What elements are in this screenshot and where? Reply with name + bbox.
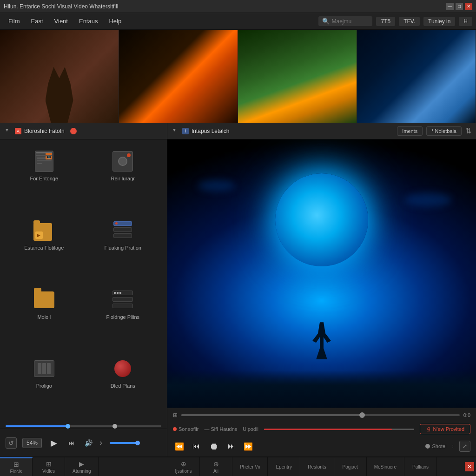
tabs-close-button[interactable]: ✕ [465, 462, 474, 471]
rp-action-2[interactable]: * Noletbala [426, 126, 462, 136]
panel-item-6[interactable]: Proligo [5, 351, 84, 421]
bottom-tab-restonts[interactable]: Restonts [300, 457, 334, 476]
top-button-tunley[interactable]: Tunley in [423, 17, 455, 26]
subtitle-track[interactable] [264, 429, 415, 430]
left-panel-title: Bloroshic Fatotn [24, 128, 65, 134]
close-window-button[interactable]: ✕ [465, 3, 472, 10]
bottom-tab-epentry[interactable]: Epentry [268, 457, 300, 476]
bottom-tab-pheter[interactable]: Pheter Vii [232, 457, 268, 476]
filmstrip-icon [34, 360, 54, 377]
maximize-button[interactable]: □ [456, 3, 463, 10]
app-title: Hilun. Entarice Sochi Visual Video Whate… [4, 3, 118, 10]
cloud-right [405, 193, 451, 207]
volume-button[interactable]: 🔊 [83, 437, 94, 449]
menu-item-east[interactable]: East [26, 16, 48, 26]
subtitle-dot-1 [173, 427, 177, 431]
sort-icon[interactable]: ⇅ [465, 126, 471, 135]
panel-item-2[interactable]: ▶ Estanea Flotilage [5, 213, 84, 283]
panel-item-7[interactable]: Dled Plans [84, 351, 163, 421]
panel-item-3[interactable]: Fluaking Pration [84, 213, 163, 283]
menu-item-help[interactable]: Help [104, 16, 126, 26]
menubar: Film East Vient Entaus Help 🔍 7T5 TFV. T… [0, 13, 476, 30]
thumbnail-1[interactable] [0, 30, 119, 123]
right-panel-icon: i [182, 128, 189, 134]
right-panel-header: ▼ i Intapus Letalch Iments * Noletbala ⇅ [167, 123, 476, 139]
left-panel-grid: 📷 For Entonge Reir luragr [0, 139, 167, 425]
rotate-button[interactable]: ↺ [6, 437, 17, 449]
bottom-tab-atunning[interactable]: ▶ Atunning [65, 457, 99, 476]
volume-slider[interactable] [110, 442, 138, 444]
timeline-track[interactable] [181, 414, 460, 416]
minimize-button[interactable]: — [446, 3, 454, 10]
forward-button[interactable]: ⏩ [242, 440, 255, 453]
top-button-tfv[interactable]: TFV. [399, 17, 420, 26]
vc-subtitle-row: Soneoflir — SifI Haudns Ulpodii 🖨 N'ew P… [167, 422, 476, 436]
search-icon: 🔍 [322, 18, 330, 25]
panel-item-label-2: Estanea Flotilage [24, 245, 64, 251]
play-circle-button[interactable]: ⏺ [206, 439, 221, 454]
panel-item-icon-7 [111, 357, 134, 380]
bottom-tab-vidles[interactable]: ⊞ Vidles [33, 457, 65, 476]
bottom-tab-mesinuere[interactable]: MeSinuere [367, 457, 404, 476]
thumbnail-3[interactable] [238, 30, 357, 123]
video-area [167, 139, 476, 408]
tab-label-mesinuere: MeSinuere [374, 464, 397, 469]
left-bottom-tabs: ⊞ Flocls ⊞ Vidles ▶ Atunning [0, 457, 167, 476]
left-panel-bottom: ↺ 54% ▶ ⏭ 🔊 › [0, 429, 167, 456]
timeline-thumb [359, 412, 365, 418]
skip-button[interactable]: ⏭ [66, 437, 77, 449]
expand-button[interactable]: ⤢ [459, 441, 470, 452]
bottom-tab-ijsstions[interactable]: ⊕ Ijsstions [167, 457, 200, 476]
search-bar: 🔍 [318, 16, 372, 26]
tab-icon-aii: ⊕ [213, 460, 219, 468]
prev-button[interactable]: ⏮ [190, 440, 203, 453]
bottom-tab-pogjact[interactable]: Pogjact [334, 457, 367, 476]
panel-item-5[interactable]: Floldnge Pliins [84, 283, 163, 352]
menu-item-vient[interactable]: Vient [50, 16, 73, 26]
new-provided-button[interactable]: 🖨 N'ew Provited [420, 424, 470, 434]
image-icon [112, 151, 133, 172]
thumbnail-strip [0, 30, 476, 123]
panel-close-button[interactable] [70, 128, 77, 134]
top-button-h[interactable]: H [459, 17, 472, 26]
menu-item-entaus[interactable]: Entaus [74, 16, 102, 26]
search-input[interactable] [331, 18, 369, 25]
main-area: ▼ A Bloroshic Fatotn 📷 [0, 123, 476, 456]
rp-action-1[interactable]: Iments [397, 126, 423, 136]
collapse-icon[interactable]: ▼ [5, 127, 12, 135]
shuffle-label: Shotel [425, 443, 446, 449]
tab-label-ijsstions: Ijsstions [175, 469, 192, 474]
panel-item-icon-4 [33, 288, 56, 311]
panel-item-0[interactable]: 📷 For Entonge [5, 144, 84, 213]
top-button-7t5[interactable]: 7T5 [376, 17, 395, 26]
tab-label-epentry: Epentry [276, 464, 291, 469]
thumbnail-2[interactable] [119, 30, 238, 123]
print-icon: 🖨 [426, 426, 431, 432]
right-bottom-tabs: ⊕ Ijsstions ⊕ Aii Pheter Vii Epentry Res… [167, 457, 476, 476]
tab-label-aii: Aii [213, 469, 218, 474]
more-button[interactable]: › [99, 438, 102, 448]
play-button[interactable]: ▶ [47, 436, 60, 450]
cloud-left [198, 180, 235, 192]
thumbnail-4[interactable] [357, 30, 476, 123]
time-display: 0:0 [463, 412, 470, 418]
folder-icon [34, 291, 54, 308]
bottom-tab-aii[interactable]: ⊕ Aii [200, 457, 232, 476]
rewind-button[interactable]: ⏪ [173, 440, 186, 453]
right-collapse-icon[interactable]: ▼ [172, 127, 179, 135]
tab-label-atunning: Atunning [73, 469, 91, 474]
sphere-icon [114, 360, 131, 377]
panel-item-1[interactable]: Reir luragr [84, 144, 163, 213]
panel-item-icon-6 [33, 357, 56, 380]
titlebar-controls: — □ ✕ [446, 3, 472, 10]
bottom-slider[interactable] [6, 425, 161, 427]
bottom-tab-flocls[interactable]: ⊞ Flocls [0, 457, 33, 476]
footage-icon: ▶ [33, 220, 55, 241]
menu-item-film[interactable]: Film [4, 16, 25, 26]
panel-item-icon-2: ▶ [33, 219, 56, 242]
timeline-icon[interactable]: ⊞ [173, 412, 178, 418]
next-button[interactable]: ⏭ [225, 440, 238, 453]
panel-item-icon-1 [111, 150, 134, 173]
bottom-tab-pullians[interactable]: Pullians [404, 457, 437, 476]
panel-item-4[interactable]: Moioll [5, 283, 84, 352]
